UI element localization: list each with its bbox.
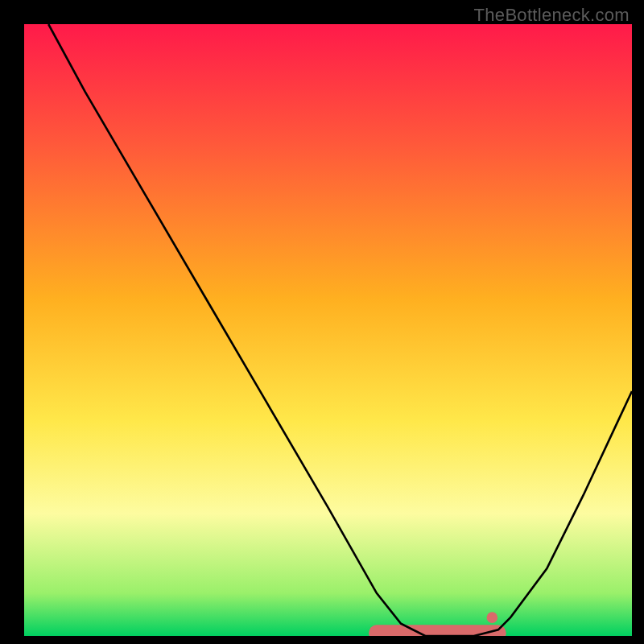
- plot-background: [24, 24, 632, 636]
- watermark-text: TheBottleneck.com: [474, 5, 630, 26]
- marker-dot: [487, 612, 498, 623]
- bottleneck-chart: [24, 24, 632, 636]
